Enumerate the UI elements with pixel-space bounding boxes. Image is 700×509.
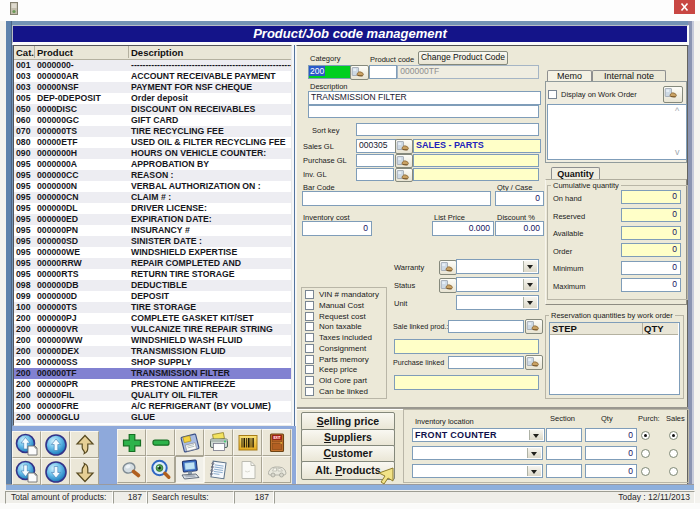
svg-text:EXIT: EXIT [273, 436, 280, 440]
